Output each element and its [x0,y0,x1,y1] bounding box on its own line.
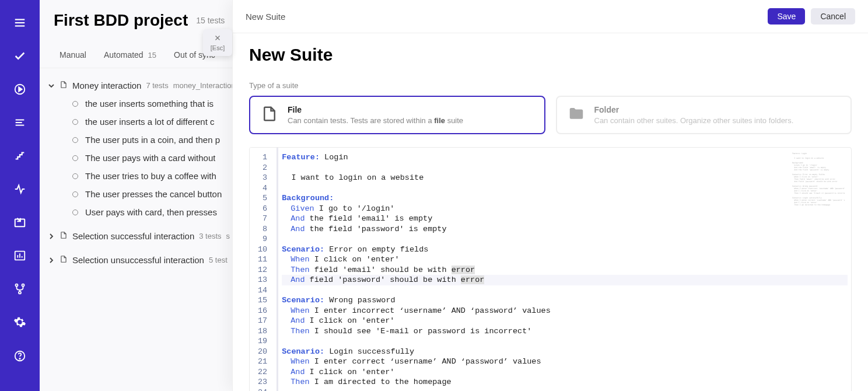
import-icon[interactable] [9,212,30,232]
code-line: When I enter correct ‘username’ AND ‘pas… [282,357,848,367]
tree-group-tests-count: 7 tests [146,81,168,90]
gutter-line: 16 [258,306,273,316]
gutter-line: 13 [258,275,273,285]
gutter-line: 5 [258,193,273,204]
svg-point-17 [19,358,20,359]
check-icon[interactable] [9,46,30,65]
gutter-line: 21 [258,357,273,367]
panel-actions: Save Cancel [768,8,855,25]
page-title: New Suite [249,45,852,65]
file-card-body: File Can contain tests. Tests are stored… [288,105,534,125]
svg-point-14 [22,284,24,286]
save-button[interactable]: Save [768,8,805,25]
code-line: Scenario: Login successfully [282,347,848,357]
menu-icon[interactable] [9,13,30,32]
gutter-line: 4 [258,183,273,194]
code-line: And I click on 'enter' [282,367,848,378]
code-line [282,285,848,296]
code-line: Background: [282,193,848,204]
tree-group-tests-count: 3 tests [199,232,221,240]
svg-marker-4 [19,87,22,91]
file-desc-pre: Can contain tests. Tests are stored with… [288,116,434,125]
branch-icon[interactable] [9,279,30,298]
code-editor[interactable]: 123456789101112131415161718192021222324 … [249,147,852,391]
tree-group-title: Money interaction [72,81,141,90]
steps-icon[interactable] [9,146,30,165]
code-line: When I enter incorrect ‘username’ AND ‘p… [282,306,848,316]
sidenav [0,0,40,391]
gutter-line: 10 [258,245,273,255]
tree-item-label: The user presses the cancel button [85,189,222,199]
activity-icon[interactable] [9,179,30,198]
gutter-line: 23 [258,377,273,387]
tree-group-filename: money_Interactions [173,81,239,90]
tab-manual[interactable]: Manual [60,50,86,60]
file-desc-post: suite [445,116,463,125]
code-line: Scenario: Error on empty fields [282,245,848,255]
code-line [282,183,848,194]
gutter-line: 14 [258,285,273,296]
code-line [282,387,848,392]
tree-item-label: The user pays with a card without [85,153,215,163]
new-suite-panel: New Suite Save Cancel New Suite Type of … [232,0,868,391]
gutter-line: 20 [258,347,273,357]
folder-card-desc: Can contain other suites. Organize other… [594,116,841,125]
code-line: Then I should see 'E-mail or password is… [282,326,848,337]
code-line: And field 'password' should be with erro… [282,275,848,285]
code-line: Then I am directed to the homepage [282,377,848,387]
tree-item-label: User pays with card, then presses [85,207,217,217]
tab-automated[interactable]: Automated 15 [104,50,156,60]
code-line: And I click on 'enter' [282,316,848,326]
tab-automated-badge: 15 [148,51,156,60]
tree-group-tests-count: 5 test [209,256,228,264]
file-icon [60,254,68,266]
gutter-line: 12 [258,265,273,275]
file-card-title: File [288,105,534,114]
tests-count: 15 tests [196,16,225,25]
close-panel-button[interactable]: [Esc] [203,29,232,56]
play-circle-icon[interactable] [9,79,30,99]
code-line: Scenario: Wrong password [282,295,848,306]
gutter-line: 15 [258,295,273,306]
folder-icon [568,105,585,125]
gutter-line: 22 [258,367,273,378]
help-icon[interactable] [9,345,30,366]
gutter-line: 2 [258,163,273,173]
type-of-suite-label: Type of a suite [249,81,852,90]
gutter-line: 8 [258,224,273,235]
gear-icon[interactable] [9,312,30,331]
file-icon [60,231,68,242]
gutter-line: 11 [258,254,273,265]
editor-code[interactable]: Feature: Login I want to login on a webs… [276,148,851,391]
chevron-right-icon [48,257,55,263]
file-icon [261,105,278,125]
tree-item-label: The user tries to buy a coffee with [85,171,216,181]
tab-automated-label: Automated [104,50,144,60]
suite-type-folder[interactable]: Folder Can contain other suites. Organiz… [556,96,852,134]
code-line: Feature: Login [282,152,848,163]
status-bullet [72,119,78,125]
status-bullet [72,137,78,143]
editor-gutter: 123456789101112131415161718192021222324 [250,148,276,391]
cancel-button[interactable]: Cancel [811,8,855,25]
tree-item-label: the user inserts something that is [85,99,214,109]
project-title: First BDD project [54,11,188,30]
panel-body: New Suite Type of a suite File Can conta… [233,33,868,391]
tree-group-filename: s [226,232,230,240]
chart-icon[interactable] [9,246,30,265]
tree-item-label: the user inserts a lot of different c [85,117,215,127]
list-icon[interactable] [9,113,30,132]
code-line [282,163,848,173]
gutter-line: 1 [258,152,273,163]
gutter-line: 9 [258,234,273,245]
status-bullet [72,101,78,107]
file-icon [60,80,68,91]
file-desc-bold: file [434,116,445,125]
gutter-line: 7 [258,214,273,224]
panel-topbar: New Suite Save Cancel [233,0,868,33]
tree-group-title: Selection unsuccessful interaction [72,255,204,265]
code-line: I want to login on a website [282,173,848,183]
tree-group-title: Selection successful interaction [72,231,194,241]
suite-type-file[interactable]: File Can contain tests. Tests are stored… [249,96,545,134]
gutter-line: 19 [258,336,273,347]
